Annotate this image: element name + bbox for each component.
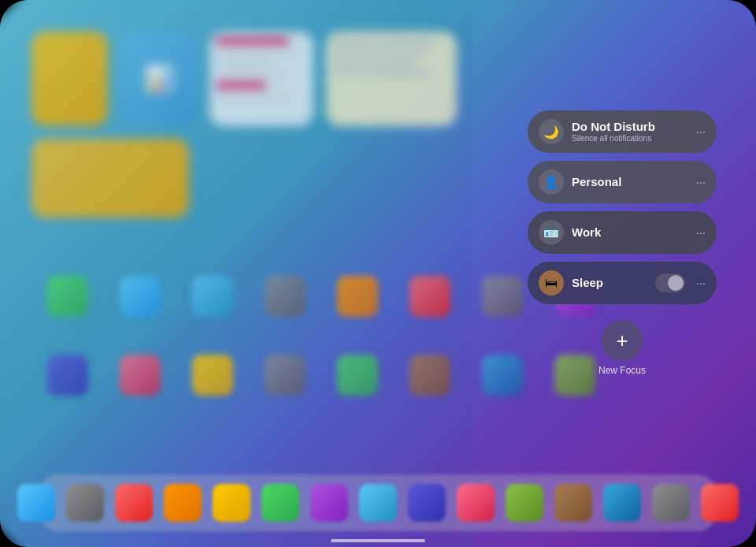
dnd-text: Do Not Disturb Silence all notifications: [572, 120, 688, 143]
work-text: Work: [572, 225, 688, 240]
dock-icon: [408, 484, 446, 522]
dock-icon: [261, 484, 299, 522]
dnd-icon-wrap: 🌙: [539, 119, 564, 144]
sleep-more-button[interactable]: ···: [696, 277, 706, 289]
ellipsis-icon: ···: [696, 125, 706, 138]
focus-item-personal[interactable]: 👤 Personal ···: [528, 161, 717, 203]
dock-icon: [457, 484, 495, 522]
ellipsis-icon: ···: [696, 176, 706, 188]
ellipsis-icon: ···: [696, 277, 706, 289]
dock-icon: [652, 484, 690, 522]
dnd-title: Do Not Disturb: [572, 120, 688, 134]
focus-item-sleep[interactable]: 🛏 Sleep ···: [528, 262, 717, 304]
left-blur: [0, 0, 472, 547]
new-focus-button[interactable]: +: [602, 320, 643, 361]
app-icon: [120, 276, 161, 317]
moon-icon: 🌙: [543, 125, 559, 140]
app-icon: [120, 355, 161, 396]
dock-icon: [310, 484, 348, 522]
bed-icon: 🛏: [545, 276, 558, 290]
sleep-toggle-thumb: [668, 275, 684, 291]
sleep-text: Sleep: [572, 276, 647, 290]
work-title: Work: [572, 225, 688, 240]
new-focus-label: New Focus: [598, 365, 646, 376]
personal-text: Personal: [572, 175, 688, 189]
app-icons-row-1: [47, 276, 595, 317]
focus-item-dnd[interactable]: 🌙 Do Not Disturb Silence all notificatio…: [528, 110, 717, 153]
app-icon: [265, 355, 306, 396]
dock-icon: [506, 484, 543, 522]
person-icon: 👤: [543, 175, 559, 190]
dnd-subtitle: Silence all notifications: [572, 134, 688, 143]
personal-more-button[interactable]: ···: [696, 176, 706, 188]
work-icon-wrap: 🪪: [539, 220, 564, 245]
home-indicator: [331, 539, 425, 542]
sleep-icon-wrap: 🛏: [539, 270, 564, 296]
app-icon: [47, 276, 88, 317]
ellipsis-icon: ···: [696, 226, 706, 239]
app-icon: [192, 355, 233, 396]
dock-icon: [603, 484, 641, 522]
personal-icon-wrap: 👤: [539, 169, 564, 195]
work-more-button[interactable]: ···: [696, 226, 706, 239]
app-icon: [482, 355, 523, 396]
app-icon: [337, 355, 378, 396]
app-icon: [482, 276, 523, 317]
dock-icon: [66, 484, 104, 522]
app-icon: [337, 276, 378, 317]
app-icon: [265, 276, 306, 317]
new-focus-wrap: + New Focus: [528, 320, 717, 376]
id-card-icon: 🪪: [543, 225, 559, 240]
sleep-toggle[interactable]: [655, 274, 685, 292]
app-icon: [47, 355, 88, 396]
app-icon: [410, 355, 450, 396]
dnd-more-button[interactable]: ···: [696, 125, 706, 138]
app-icons-row-2: [47, 355, 595, 396]
dock-icon: [359, 484, 397, 522]
dock-icon: [213, 484, 250, 522]
plus-icon: +: [616, 329, 628, 353]
focus-item-work[interactable]: 🪪 Work ···: [528, 211, 717, 254]
dock-icon: [701, 484, 739, 522]
dock-icon: [554, 484, 592, 522]
dock-icon: [17, 484, 55, 522]
ipad-frame: 📊: [0, 0, 756, 547]
sleep-title: Sleep: [572, 276, 647, 290]
dock: [39, 474, 717, 531]
app-icon: [410, 276, 450, 317]
dock-icon: [164, 484, 202, 522]
dock-icon: [115, 484, 153, 522]
personal-title: Personal: [572, 175, 688, 189]
app-icon: [192, 276, 233, 317]
focus-panel: 🌙 Do Not Disturb Silence all notificatio…: [528, 110, 717, 376]
